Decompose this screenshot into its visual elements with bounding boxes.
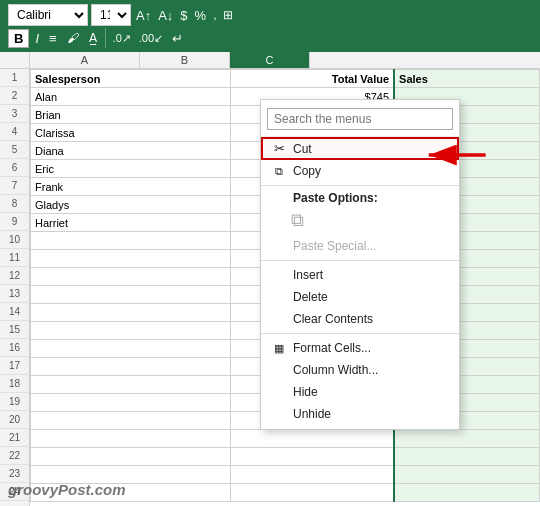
table-row[interactable]: SalespersonTotal ValueSales: [31, 70, 540, 88]
cut-icon: ✂: [271, 141, 287, 156]
hide-label: Hide: [293, 385, 449, 399]
font-select[interactable]: Calibri: [8, 4, 88, 26]
cell-c-21[interactable]: [394, 430, 539, 448]
table-row[interactable]: [31, 448, 540, 466]
separator-2: [261, 260, 459, 261]
cell-a-11[interactable]: [31, 250, 231, 268]
cell-a-6[interactable]: Eric: [31, 160, 231, 178]
cell-a-21[interactable]: [31, 430, 231, 448]
unhide-label: Unhide: [293, 407, 449, 421]
row-num-13: 13: [0, 285, 29, 303]
data-area: SalespersonTotal ValueSalesAlan$745Brian…: [30, 69, 540, 506]
row-num-14: 14: [0, 303, 29, 321]
menu-search-input[interactable]: [267, 108, 453, 130]
currency-icon[interactable]: $: [178, 8, 189, 23]
grid-body: 1 2 3 4 5 6 7 8 9 10 11 12 13 14 15 16 1…: [0, 69, 540, 506]
row-num-12: 12: [0, 267, 29, 285]
menu-item-paste-icon: ⧉: [261, 206, 459, 235]
bold-button[interactable]: B: [8, 29, 29, 48]
cell-a-13[interactable]: [31, 286, 231, 304]
menu-item-format-cells[interactable]: ▦ Format Cells...: [261, 337, 459, 359]
delete-label: Delete: [293, 290, 449, 304]
col-header-a[interactable]: A: [30, 52, 140, 68]
cell-a-22[interactable]: [31, 448, 231, 466]
increase-decimal-icon[interactable]: .0↗: [110, 31, 134, 46]
cell-c-22[interactable]: [394, 448, 539, 466]
comma-icon[interactable]: ,: [211, 8, 218, 22]
row-num-20: 20: [0, 411, 29, 429]
toolbar-divider: [105, 28, 106, 48]
shrink-font-icon[interactable]: A↓: [156, 8, 175, 23]
cut-label: Cut: [293, 142, 449, 156]
cell-b-21[interactable]: [230, 430, 394, 448]
row-num-1: 1: [0, 69, 29, 87]
paste-options-header: Paste Options:: [261, 189, 459, 206]
separator-1: [261, 185, 459, 186]
cell-b-1[interactable]: Total Value: [230, 70, 394, 88]
cell-a-17[interactable]: [31, 358, 231, 376]
decrease-decimal-icon[interactable]: .00↙: [136, 31, 166, 46]
paste-special-label: Paste Special...: [293, 239, 449, 253]
column-width-label: Column Width...: [293, 363, 449, 377]
row-num-18: 18: [0, 375, 29, 393]
cell-a-16[interactable]: [31, 340, 231, 358]
italic-button[interactable]: I: [31, 30, 43, 47]
col-header-c[interactable]: C: [230, 52, 310, 68]
copy-icon: ⧉: [271, 165, 287, 178]
cell-a-9[interactable]: Harriet: [31, 214, 231, 232]
menu-item-unhide[interactable]: Unhide: [261, 403, 459, 425]
cell-a-10[interactable]: [31, 232, 231, 250]
copy-label: Copy: [293, 164, 449, 178]
font-color-icon[interactable]: A̲: [85, 30, 101, 46]
menu-item-delete[interactable]: Delete: [261, 286, 459, 308]
align-button[interactable]: ≡: [45, 30, 61, 47]
cell-b-22[interactable]: [230, 448, 394, 466]
row-num-10: 10: [0, 231, 29, 249]
row-num-21: 21: [0, 429, 29, 447]
col-header-b[interactable]: B: [140, 52, 230, 68]
row-num-7: 7: [0, 177, 29, 195]
grow-font-icon[interactable]: A↑: [134, 8, 153, 23]
format-cells-icon: ▦: [271, 342, 287, 355]
row-num-9: 9: [0, 213, 29, 231]
row-num-17: 17: [0, 357, 29, 375]
row-num-header: [0, 52, 30, 68]
row-num-15: 15: [0, 321, 29, 339]
cell-a-19[interactable]: [31, 394, 231, 412]
cell-a-1[interactable]: Salesperson: [31, 70, 231, 88]
cell-a-12[interactable]: [31, 268, 231, 286]
cell-c-24[interactable]: [394, 484, 539, 502]
cell-c-1[interactable]: Sales: [394, 70, 539, 88]
paste-icon: ⧉: [289, 210, 305, 231]
cell-a-5[interactable]: Diana: [31, 142, 231, 160]
menu-item-clear-contents[interactable]: Clear Contents: [261, 308, 459, 330]
cell-a-15[interactable]: [31, 322, 231, 340]
context-menu: ✂ Cut ⧉ Copy Paste Options: ⧉: [260, 99, 460, 430]
cell-b-23[interactable]: [230, 466, 394, 484]
cell-a-2[interactable]: Alan: [31, 88, 231, 106]
cell-b-24[interactable]: [230, 484, 394, 502]
cell-a-18[interactable]: [31, 376, 231, 394]
cell-a-3[interactable]: Brian: [31, 106, 231, 124]
menu-item-cut[interactable]: ✂ Cut: [261, 137, 459, 160]
cell-a-20[interactable]: [31, 412, 231, 430]
cell-a-4[interactable]: Clarissa: [31, 124, 231, 142]
font-size-select[interactable]: 11: [91, 4, 131, 26]
highlight-icon[interactable]: 🖌: [63, 30, 83, 46]
cell-a-7[interactable]: Frank: [31, 178, 231, 196]
menu-item-paste-special: Paste Special...: [261, 235, 459, 257]
format-icon[interactable]: ⊞: [221, 8, 235, 22]
format-cells-label: Format Cells...: [293, 341, 449, 355]
table-row[interactable]: [31, 430, 540, 448]
clear-contents-label: Clear Contents: [293, 312, 449, 326]
menu-item-hide[interactable]: Hide: [261, 381, 459, 403]
menu-item-copy[interactable]: ⧉ Copy: [261, 160, 459, 182]
cell-a-14[interactable]: [31, 304, 231, 322]
wrap-icon[interactable]: ↵: [168, 30, 187, 47]
row-num-8: 8: [0, 195, 29, 213]
cell-a-8[interactable]: Gladys: [31, 196, 231, 214]
menu-item-column-width[interactable]: Column Width...: [261, 359, 459, 381]
percent-icon[interactable]: %: [193, 8, 209, 23]
cell-c-23[interactable]: [394, 466, 539, 484]
menu-item-insert[interactable]: Insert: [261, 264, 459, 286]
